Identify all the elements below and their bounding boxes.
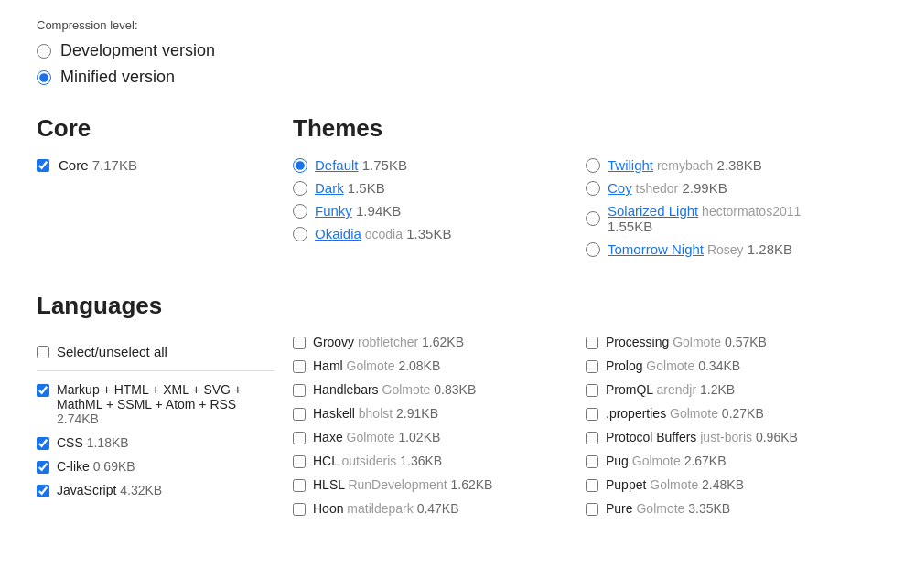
lang-item-right-2: PromQL arendjr 1.2KB [586, 382, 860, 397]
lang-checkbox-mid-5[interactable] [293, 455, 306, 468]
lang-checkbox-mid-1[interactable] [293, 360, 306, 373]
lang-label-right-5: Pug Golmote 2.67KB [606, 454, 727, 468]
theme-radio-col2-solarized-light[interactable] [586, 211, 600, 226]
minified-label: Minified version [60, 68, 175, 87]
lang-checkbox-mid-2[interactable] [293, 384, 306, 397]
theme-link-0[interactable]: Default [315, 157, 359, 173]
lang-label-left-3: JavaScript 4.32KB [57, 483, 162, 497]
core-checkbox[interactable] [37, 159, 49, 172]
themes-col2: Twilight remybach 2.38KBCoy tshedor 2.99… [586, 157, 860, 257]
languages-section: Languages Select/unselect all Markup + H… [37, 292, 878, 525]
theme-radio-col2-coy[interactable] [586, 181, 600, 196]
lang-label-mid-1: Haml Golmote 2.08KB [313, 358, 440, 373]
languages-left-col: Select/unselect all Markup + HTML + XML … [37, 335, 293, 525]
theme-link-col2-0[interactable]: Twilight [608, 157, 653, 173]
theme-item-col1-0: Default 1.75KB [293, 157, 567, 173]
themes-title: Themes [293, 114, 567, 143]
languages-grid: Select/unselect all Markup + HTML + XML … [37, 335, 878, 525]
languages-title: Languages [37, 292, 878, 320]
lang-left-items: Markup + HTML + XML + SVG + MathML + SSM… [37, 382, 274, 497]
lang-checkbox-right-7[interactable] [586, 503, 598, 516]
lang-checkbox-right-6[interactable] [586, 479, 598, 492]
core-themes-grid: Core Core 7.17KB Themes Default 1.75KBDa… [37, 114, 878, 264]
development-radio[interactable] [37, 44, 51, 59]
minified-radio[interactable] [37, 70, 51, 85]
theme-item-col2-0: Twilight remybach 2.38KB [586, 157, 860, 173]
select-all-label: Select/unselect all [57, 344, 167, 359]
theme-radio-dark[interactable] [293, 181, 307, 196]
lang-label-mid-7: Hoon matildepark 0.47KB [313, 501, 459, 516]
lang-item-mid-5: HCL outsideris 1.36KB [293, 454, 567, 468]
theme-link-col2-1[interactable]: Coy [608, 180, 632, 196]
theme-radio-default[interactable] [293, 158, 307, 173]
compression-label: Compression level: [37, 18, 878, 32]
development-label: Development version [60, 41, 215, 60]
lang-checkbox-right-1[interactable] [586, 360, 598, 373]
theme-label-0: Default 1.75KB [315, 157, 407, 173]
theme-item-col2-3: Tomorrow Night Rosey 1.28KB [586, 241, 860, 257]
lang-checkbox-mid-3[interactable] [293, 408, 306, 421]
select-all-checkbox[interactable] [37, 346, 49, 358]
lang-checkbox-right-0[interactable] [586, 337, 598, 349]
theme-radio-col2-twilight[interactable] [586, 158, 600, 173]
theme-label-3: Okaidia ocodia 1.35KB [315, 226, 451, 241]
theme-link-col2-2[interactable]: Solarized Light [608, 203, 698, 219]
lang-label-mid-2: Handlebars Golmote 0.83KB [313, 382, 476, 397]
lang-label-mid-4: Haxe Golmote 1.02KB [313, 430, 440, 444]
lang-checkbox-3[interactable] [37, 485, 49, 497]
lang-checkbox-mid-6[interactable] [293, 479, 306, 492]
theme-item-col1-3: Okaidia ocodia 1.35KB [293, 226, 567, 241]
minified-radio-row: Minified version [37, 68, 878, 87]
theme-label-col2-3: Tomorrow Night Rosey 1.28KB [608, 241, 792, 257]
lang-item-left-2: C-like 0.69KB [37, 459, 274, 474]
theme-item-col1-2: Funky 1.94KB [293, 203, 567, 219]
lang-item-mid-4: Haxe Golmote 1.02KB [293, 430, 567, 444]
lang-checkbox-right-4[interactable] [586, 432, 598, 444]
lang-checkbox-0[interactable] [37, 384, 49, 397]
compression-section: Compression level: Development version M… [37, 18, 878, 87]
lang-label-right-2: PromQL arendjr 1.2KB [606, 382, 735, 397]
lang-checkbox-mid-7[interactable] [293, 503, 306, 516]
lang-checkbox-mid-4[interactable] [293, 432, 306, 444]
lang-checkbox-1[interactable] [37, 437, 49, 450]
lang-label-left-0: Markup + HTML + XML + SVG + MathML + SSM… [57, 382, 274, 426]
theme-radio-okaidia[interactable] [293, 227, 307, 241]
divider [37, 370, 274, 371]
theme-item-col2-2: Solarized Light hectormatos2011 1.55KB [586, 203, 860, 234]
lang-label-right-4: Protocol Buffers just-boris 0.96KB [606, 430, 798, 444]
lang-mid-items: Groovy robfletcher 1.62KBHaml Golmote 2.… [293, 335, 567, 516]
select-all-row: Select/unselect all [37, 344, 274, 359]
lang-label-right-3: .properties Golmote 0.27KB [606, 406, 764, 421]
lang-item-right-5: Pug Golmote 2.67KB [586, 454, 860, 468]
lang-label-right-0: Processing Golmote 0.57KB [606, 335, 767, 349]
lang-checkbox-mid-0[interactable] [293, 337, 306, 349]
development-radio-row: Development version [37, 41, 878, 60]
lang-item-right-6: Puppet Golmote 2.48KB [586, 477, 860, 492]
lang-right-items: Processing Golmote 0.57KBProlog Golmote … [586, 335, 860, 516]
themes-section: Themes Default 1.75KBDark 1.5KBFunky 1.9… [293, 114, 586, 264]
lang-item-right-4: Protocol Buffers just-boris 0.96KB [586, 430, 860, 444]
core-section: Core Core 7.17KB [37, 114, 293, 264]
theme-label-col2-2: Solarized Light hectormatos2011 1.55KB [608, 203, 801, 234]
lang-item-mid-0: Groovy robfletcher 1.62KB [293, 335, 567, 349]
theme-radio-col2-tomorrow-night[interactable] [586, 242, 600, 257]
lang-item-mid-7: Hoon matildepark 0.47KB [293, 501, 567, 516]
lang-item-mid-6: HLSL RunDevelopment 1.62KB [293, 477, 567, 492]
lang-checkbox-right-2[interactable] [586, 384, 598, 397]
lang-checkbox-right-3[interactable] [586, 408, 598, 421]
lang-label-left-1: CSS 1.18KB [57, 435, 129, 450]
theme-label-col2-0: Twilight remybach 2.38KB [608, 157, 762, 173]
lang-label-right-1: Prolog Golmote 0.34KB [606, 358, 740, 373]
core-title: Core [37, 114, 274, 143]
theme-label-2: Funky 1.94KB [315, 203, 401, 219]
theme-link-2[interactable]: Funky [315, 203, 352, 219]
theme-link-col2-3[interactable]: Tomorrow Night [608, 241, 704, 257]
lang-label-mid-6: HLSL RunDevelopment 1.62KB [313, 477, 492, 492]
lang-checkbox-right-5[interactable] [586, 455, 598, 468]
theme-radio-funky[interactable] [293, 204, 307, 219]
lang-item-mid-3: Haskell bholst 2.91KB [293, 406, 567, 421]
lang-checkbox-2[interactable] [37, 461, 49, 474]
theme-link-1[interactable]: Dark [315, 180, 344, 196]
theme-link-3[interactable]: Okaidia [315, 226, 361, 241]
lang-item-mid-1: Haml Golmote 2.08KB [293, 358, 567, 373]
